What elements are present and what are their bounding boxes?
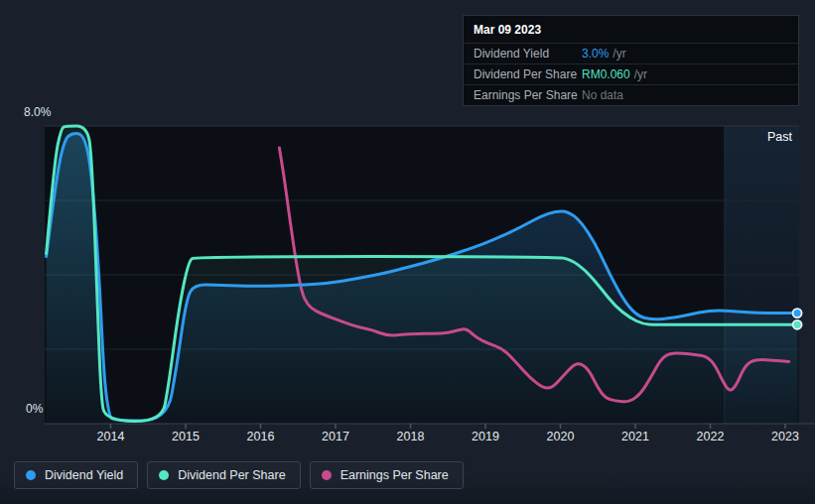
legend-dot-icon [159,470,169,480]
tooltip-row-label: Earnings Per Share [474,88,582,102]
tooltip-row-value: No data [582,88,623,102]
x-axis-tick-label: 2014 [97,430,125,443]
tooltip-row: Dividend Yield3.0%/yr [464,43,798,63]
x-axis-tick-label: 2016 [247,430,275,443]
x-axis-tick-label: 2022 [697,430,725,443]
past-band-label: Past [725,130,792,144]
tooltip-row-unit: /yr [612,47,625,61]
legend-item-earnings-per-share[interactable]: Earnings Per Share [310,461,464,489]
x-axis-tick-label: 2018 [397,430,425,443]
chart-tooltip: Mar 09 2023 Dividend Yield3.0%/yrDividen… [463,15,799,106]
tooltip-row-value: 3.0% [582,47,609,61]
x-axis-tick-label: 2023 [771,430,799,443]
legend-item-label: Dividend Yield [45,468,123,482]
x-axis-tick-label: 2020 [547,430,575,443]
x-axis-tick-label: 2021 [621,430,649,443]
tooltip-row: Dividend Per ShareRM0.060/yr [464,63,798,84]
series-end-dot-dividend-per-share [793,320,802,329]
tooltip-row: Earnings Per ShareNo data [464,84,798,105]
chart-legend: Dividend YieldDividend Per ShareEarnings… [14,461,464,489]
legend-item-dividend-yield[interactable]: Dividend Yield [14,461,138,489]
tooltip-row-label: Dividend Yield [474,47,582,61]
tooltip-date: Mar 09 2023 [464,16,798,43]
legend-dot-icon [26,470,36,480]
tooltip-row-unit: /yr [634,67,647,81]
tooltip-row-value: RM0.060 [582,67,630,81]
tooltip-rows: Dividend Yield3.0%/yrDividend Per ShareR… [464,43,798,105]
y-axis-top-tick: 8.0% [24,105,51,119]
legend-item-dividend-per-share[interactable]: Dividend Per Share [147,461,300,489]
legend-item-label: Dividend Per Share [178,468,285,482]
legend-item-label: Earnings Per Share [340,468,449,482]
tooltip-row-label: Dividend Per Share [474,67,582,81]
y-axis-bottom-tick: 0% [26,402,43,416]
x-axis-tick-label: 2019 [472,430,499,443]
x-axis-tick-label: 2015 [172,430,200,443]
dividend-chart-panel: 8.0% 0% Past 201420152016201720182019202… [0,0,815,504]
legend-dot-icon [322,470,332,480]
series-end-dot-dividend-yield [793,309,802,317]
x-axis-tick-label: 2017 [322,430,349,443]
